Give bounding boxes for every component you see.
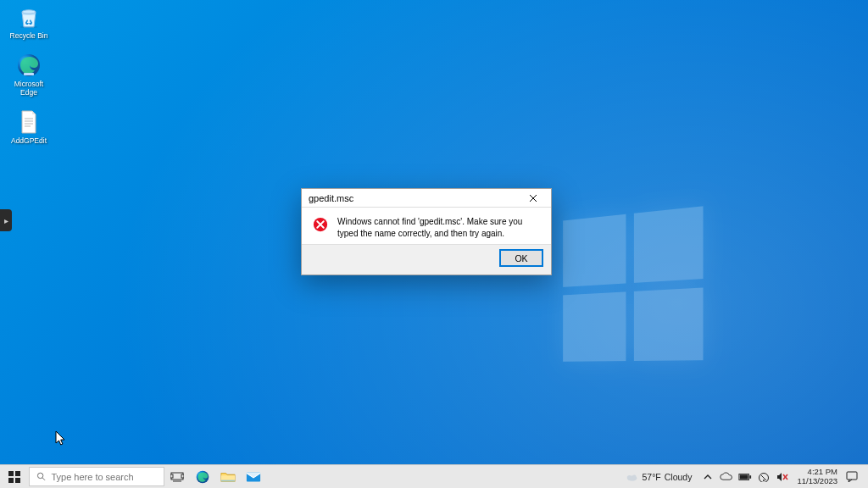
tray-overflow[interactable] (698, 465, 717, 488)
desktop-icons: Recycle Bin Microsoft Edge AddGPEdit (5, 3, 53, 145)
close-icon (529, 194, 537, 202)
weather-cloudy-icon (625, 471, 638, 483)
tray-onedrive[interactable] (717, 465, 736, 488)
text-file-icon (15, 108, 42, 136)
svg-rect-1 (20, 26, 37, 28)
error-dialog: gpedit.msc Windows cannot find 'gpedit.m… (301, 188, 552, 275)
tray-weather[interactable]: 57°F Cloudy (618, 465, 698, 488)
mail-icon (246, 471, 261, 483)
svg-rect-35 (847, 472, 857, 480)
dialog-close-button[interactable] (520, 191, 546, 206)
tray-clock[interactable]: 4:21 PM 11/13/2023 (792, 468, 843, 485)
folder-icon (220, 470, 236, 484)
cloud-icon (720, 472, 733, 482)
svg-rect-10 (8, 471, 14, 476)
error-icon (312, 216, 329, 239)
desktop-icon-label: AddGPEdit (11, 137, 47, 145)
system-tray: 57°F Cloudy 4:21 PM 11/13/2023 (618, 465, 868, 488)
svg-rect-13 (15, 478, 20, 483)
ok-button[interactable]: OK (500, 250, 542, 266)
svg-rect-28 (750, 475, 752, 479)
desktop-wallpaper: Recycle Bin Microsoft Edge AddGPEdit ▸ (0, 0, 868, 488)
taskbar-app-edge[interactable] (190, 465, 215, 488)
svg-line-15 (42, 478, 45, 480)
svg-point-0 (22, 10, 36, 14)
search-icon (36, 471, 46, 482)
svg-rect-22 (221, 480, 235, 481)
start-button[interactable] (0, 465, 29, 488)
svg-rect-12 (8, 478, 14, 483)
windows-logo-icon (8, 471, 20, 483)
battery-icon (738, 473, 752, 481)
dialog-titlebar[interactable]: gpedit.msc (302, 189, 551, 208)
speaker-muted-icon (776, 472, 788, 482)
edge-icon (195, 469, 210, 485)
tray-weather-cond: Cloudy (665, 472, 693, 482)
tray-time: 4:21 PM (797, 468, 837, 476)
taskbar: 57°F Cloudy 4:21 PM 11/13/2023 (0, 464, 868, 488)
edge-icon (15, 52, 42, 79)
svg-point-14 (37, 473, 42, 478)
taskview-icon (170, 471, 184, 483)
taskbar-app-file-explorer[interactable] (215, 465, 241, 488)
search-input[interactable] (51, 472, 157, 482)
mouse-cursor (55, 430, 67, 447)
tray-date: 11/13/2023 (797, 477, 837, 485)
svg-point-25 (627, 475, 632, 480)
wifi-off-icon (758, 472, 770, 482)
side-panel-handle[interactable]: ▸ (0, 209, 12, 231)
chevron-up-icon (704, 473, 712, 481)
tray-weather-temp: 57°F (642, 472, 660, 482)
dialog-message: Windows cannot find 'gpedit.msc'. Make s… (337, 216, 541, 239)
svg-rect-4 (24, 73, 34, 75)
svg-rect-29 (740, 474, 748, 479)
desktop-icon-addgpedit[interactable]: AddGPEdit (5, 108, 53, 145)
dialog-title-text: gpedit.msc (309, 193, 353, 203)
tray-network[interactable] (754, 465, 773, 488)
taskview-button[interactable] (164, 465, 190, 488)
svg-rect-11 (15, 471, 20, 476)
desktop-icon-recycle-bin[interactable]: Recycle Bin (5, 3, 53, 40)
recycle-bin-icon (15, 3, 42, 30)
taskbar-app-mail[interactable] (241, 465, 266, 488)
tray-action-center[interactable] (843, 465, 861, 488)
tray-battery[interactable] (736, 465, 754, 488)
svg-rect-18 (181, 474, 184, 478)
desktop-icon-label: Microsoft Edge (5, 80, 53, 97)
desktop-icon-microsoft-edge[interactable]: Microsoft Edge (5, 52, 53, 97)
wallpaper-windows-logo (563, 206, 709, 367)
svg-point-26 (632, 474, 637, 479)
desktop-icon-label: Recycle Bin (10, 32, 48, 40)
action-center-icon (846, 471, 858, 482)
tray-volume[interactable] (773, 465, 792, 488)
svg-rect-17 (170, 474, 173, 478)
taskbar-search[interactable] (29, 467, 164, 486)
svg-point-32 (763, 480, 765, 481)
